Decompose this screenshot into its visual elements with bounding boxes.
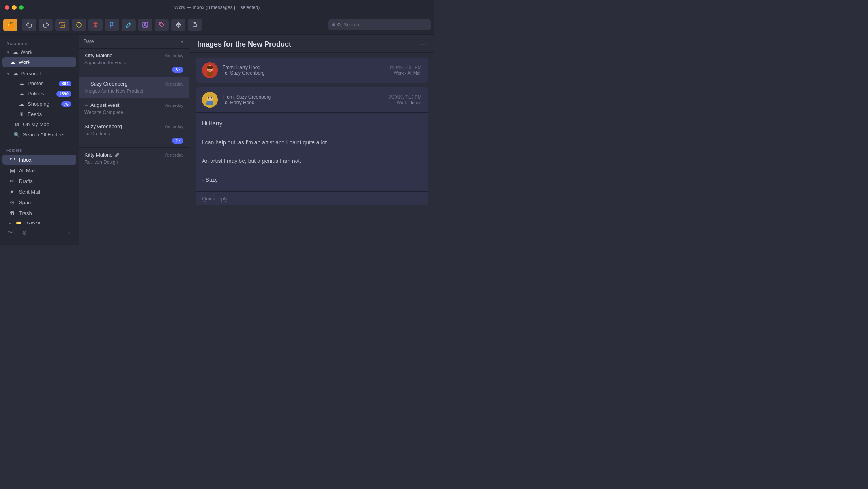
search-container (328, 19, 431, 30)
email-to-line: To: Suzy Greenberg (223, 70, 383, 76)
email-message-card: From: Harry Hood To: Suzy Greenberg 8/20… (196, 58, 428, 83)
spam-label: Spam (19, 200, 32, 205)
message-sender: ← Suzy Greenberg (84, 81, 128, 87)
search-icon: 🔍 (13, 132, 20, 138)
minimize-dot[interactable] (12, 5, 17, 10)
sidebar-item-photos[interactable]: ☁ Photos 304 (2, 78, 76, 88)
cloud-icon: ☁ (18, 80, 24, 86)
message-item[interactable]: Kitty Malone 🖇 Yesterday Re: Icon Design (79, 148, 189, 169)
sidebar-item-work-inbox[interactable]: ☁ Work (2, 57, 76, 67)
photos-label: Photos (28, 80, 43, 86)
sort-label: Date (84, 39, 94, 44)
settings-button[interactable]: ⚙ (19, 227, 30, 238)
email-messages: From: Harry Hood To: Suzy Greenberg 8/20… (189, 53, 434, 244)
edit-button[interactable] (122, 19, 136, 31)
sidebar-item-gmail[interactable]: ▶ 📁 [Gmail] (2, 218, 76, 224)
sidebar-item-sent-mail[interactable]: ➤ Sent Mail (2, 187, 76, 197)
window-title: Work — Inbox (8 messages | 1 selected) (174, 5, 260, 10)
sidebar-item-feeds[interactable]: ⊞ Feeds (2, 109, 76, 119)
tag-button[interactable] (155, 19, 169, 31)
message-preview: A question for you... (84, 60, 183, 65)
svg-point-16 (208, 97, 209, 99)
forward-button[interactable] (39, 19, 53, 31)
avatar (202, 62, 218, 78)
reply-all-button[interactable] (22, 19, 36, 31)
message-list: Date ▼ Kitty Malone Yesterday A question… (79, 35, 189, 244)
sidebar-item-drafts[interactable]: ✏ Drafts (2, 176, 76, 186)
avatar (202, 92, 218, 108)
cloud-icon: ☁ (10, 59, 15, 65)
photos-badge: 304 (59, 81, 71, 86)
toolbar: 🍊 (0, 15, 434, 35)
archive-button[interactable] (55, 19, 69, 31)
reply-icon: ← (84, 103, 89, 108)
work-inbox-label: Work (19, 59, 30, 65)
sidebar-item-all-mail[interactable]: ▤ All Mail (2, 165, 76, 175)
sent-icon: ➤ (9, 189, 16, 195)
drafts-icon: ✏ (9, 178, 16, 184)
cloud-icon: ☁ (13, 49, 18, 55)
feeds-label: Feeds (28, 111, 42, 117)
sent-mail-label: Sent Mail (19, 189, 40, 195)
email-body-line: - Suzy (202, 175, 421, 185)
main-layout: Accounts ▼ ☁ Work ☁ Work ▼ ☁ Personal ☁ (0, 35, 434, 244)
svg-rect-0 (60, 22, 65, 24)
titlebar: Work — Inbox (8 messages | 1 selected) (0, 0, 434, 15)
sidebar-footer: 〜 ⚙ ⇥ (0, 224, 79, 241)
work-account-label: Work (21, 49, 32, 55)
sidebar-item-spam[interactable]: ⊘ Spam (2, 197, 76, 207)
rss-icon: ⊞ (18, 111, 24, 117)
cloud-icon: ☁ (18, 91, 24, 97)
message-sender: ← August West (84, 102, 119, 108)
quick-reply-field[interactable]: Quick reply... (196, 191, 428, 205)
email-to-line: To: Harry Hood (223, 100, 383, 105)
email-view: Images for the New Product ··· (189, 35, 434, 244)
sidebar-item-politics[interactable]: ☁ Politics 1390 (2, 89, 76, 99)
sidebar-account-personal[interactable]: ▼ ☁ Personal (0, 69, 79, 78)
all-mail-icon: ▤ (9, 167, 16, 174)
close-dot[interactable] (5, 5, 9, 10)
email-message-card: From: Suzy Greenberg To: Harry Hood 8/20… (196, 87, 428, 205)
message-date: Yesterday (164, 82, 183, 86)
email-from-line: From: Harry Hood (223, 65, 383, 70)
account-button[interactable]: 🍊 (3, 19, 17, 31)
compose-button[interactable]: 〜 (5, 227, 16, 238)
move-button[interactable] (171, 19, 185, 31)
more-options-icon[interactable]: ··· (420, 40, 426, 49)
to-label: To: (223, 70, 229, 76)
message-date: Yesterday (164, 124, 183, 129)
politics-badge: 1390 (56, 91, 71, 97)
search-input[interactable] (344, 22, 427, 28)
message-item[interactable]: ← Suzy Greenberg Yesterday Images for th… (79, 77, 189, 98)
email-from-line: From: Suzy Greenberg (223, 94, 383, 100)
flag-button[interactable] (105, 19, 119, 31)
svg-point-17 (211, 97, 212, 99)
signout-button[interactable]: ⇥ (63, 227, 74, 238)
sidebar-item-inbox[interactable]: ⬚ Inbox (2, 155, 76, 165)
maximize-dot[interactable] (19, 5, 24, 10)
svg-rect-12 (207, 66, 213, 69)
flag-alert-button[interactable] (72, 19, 86, 31)
plugin-button[interactable] (188, 19, 202, 31)
delete-button[interactable] (88, 19, 103, 31)
inbox-icon: ⬚ (9, 157, 16, 163)
sidebar: Accounts ▼ ☁ Work ☁ Work ▼ ☁ Personal ☁ (0, 35, 79, 244)
message-date: Yesterday (164, 103, 183, 108)
contact-button[interactable] (138, 19, 152, 31)
sidebar-item-on-my-mac[interactable]: 🖥 On My Mac (2, 119, 76, 129)
svg-point-5 (160, 23, 161, 24)
message-item[interactable]: Kitty Malone Yesterday A question for yo… (79, 49, 189, 77)
sidebar-account-work[interactable]: ▼ ☁ Work (0, 47, 79, 57)
sidebar-item-search-all[interactable]: 🔍 Search All Folders (2, 130, 76, 140)
message-sender: Suzy Greenberg (84, 123, 122, 129)
sidebar-item-shopping[interactable]: ☁ Shopping 76 (2, 99, 76, 109)
shopping-label: Shopping (28, 101, 49, 107)
message-item[interactable]: Suzy Greenberg Yesterday To-Do Items 2 › (79, 119, 189, 148)
chevron-down-icon: ▼ (6, 71, 10, 76)
message-item[interactable]: ← August West Yesterday Website Complete (79, 98, 189, 119)
sidebar-item-trash[interactable]: 🗑 Trash (2, 208, 76, 218)
email-meta: 8/20/19, 7:35 PM Work - All Mail (388, 65, 421, 75)
message-preview: Re: Icon Design (84, 159, 183, 165)
chevron-down-icon: ▼ (6, 50, 10, 54)
to-name: Suzy Greenberg (230, 70, 264, 76)
